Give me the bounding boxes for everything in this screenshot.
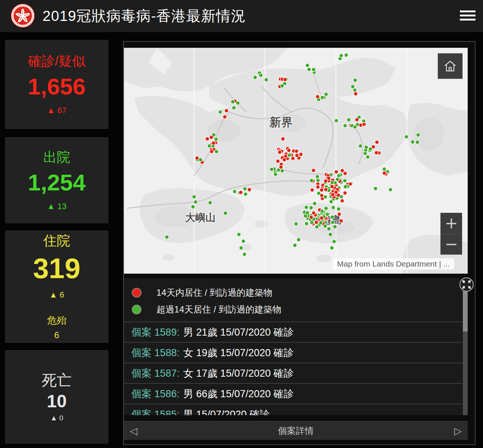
expand-panel-button[interactable] [459,277,474,292]
case-row-1586[interactable]: 個案 1586: 男 66歲 15/07/2020 確診 [124,383,468,404]
case-dot-green[interactable] [364,145,368,149]
case-dot-green[interactable] [239,246,243,250]
case-dot-red[interactable] [295,153,299,158]
hamburger-menu-icon[interactable] [460,10,476,22]
case-dot-green[interactable] [332,240,336,244]
case-dot-green[interactable] [368,147,373,151]
case-dot-green[interactable] [382,167,386,171]
case-dot-red[interactable] [334,170,339,174]
case-dot-green[interactable] [207,144,211,148]
case-dot-red[interactable] [327,176,331,180]
case-dot-green[interactable] [351,85,355,89]
case-dot-green[interactable] [366,155,370,159]
case-dot-green[interactable] [331,205,336,209]
zoom-in-button[interactable]: + [440,213,462,234]
case-dot-red[interactable] [374,151,378,155]
case-dot-green[interactable] [313,202,317,206]
case-dot-green[interactable] [315,175,320,179]
case-dot-red[interactable] [331,193,335,197]
case-dot-red[interactable] [287,149,291,153]
case-dot-green[interactable] [287,153,292,157]
case-dot-green[interactable] [344,53,348,57]
case-dot-green[interactable] [404,135,408,139]
case-dot-green[interactable] [199,158,203,162]
case-dot-green[interactable] [320,96,324,100]
case-dot-green[interactable] [280,84,284,88]
map-canvas[interactable]: 新界 大嶼山 香港島 [124,48,468,274]
case-dot-green[interactable] [323,195,327,199]
case-dot-red[interactable] [291,156,295,161]
case-dot-green[interactable] [243,187,247,191]
case-dot-green[interactable] [337,174,341,178]
case-dot-green[interactable] [358,144,362,148]
case-dot-green[interactable] [215,150,219,154]
case-row-1587[interactable]: 個案 1587: 女 17歲 15/07/2020 確診 [124,363,468,383]
case-dot-green[interactable] [343,179,347,183]
case-dot-red[interactable] [278,150,282,154]
case-dot-green[interactable] [294,222,298,226]
case-dot-green[interactable] [280,169,284,173]
list-scrollbar[interactable] [463,278,468,415]
case-dot-red[interactable] [312,168,316,172]
case-dot-red[interactable] [362,122,366,127]
case-dot-red[interactable] [375,140,379,144]
case-dot-red[interactable] [310,188,314,192]
case-dot-green[interactable] [165,235,169,239]
case-dot-green[interactable] [259,73,263,77]
case-dot-red[interactable] [295,149,299,153]
case-dot-green[interactable] [269,167,274,171]
case-dot-red[interactable] [205,137,209,141]
case-dot-green[interactable] [236,101,240,105]
case-dot-red[interactable] [283,158,287,162]
next-page-arrow[interactable]: ▷ [450,421,466,440]
case-row-1588[interactable]: 個案 1588: 女 19歲 15/07/2020 確診 [124,342,468,363]
case-dot-green[interactable] [330,215,334,219]
case-dot-green[interactable] [208,201,212,205]
case-dot-red[interactable] [209,136,214,140]
case-dot-red[interactable] [299,152,303,156]
case-dot-green[interactable] [274,172,278,177]
case-dot-red[interactable] [340,199,345,203]
case-dot-green[interactable] [305,222,309,226]
case-dot-green[interactable] [374,187,378,191]
case-dot-green[interactable] [339,54,343,58]
case-dot-red[interactable] [355,118,359,122]
case-dot-red[interactable] [212,141,216,145]
case-dot-red[interactable] [339,219,343,223]
map-home-button[interactable] [437,53,463,79]
case-dot-green[interactable] [323,224,327,228]
case-dot-red[interactable] [324,187,328,192]
map-panel[interactable]: 新界 大嶼山 香港島 + − Map from Lands Department… [124,48,468,274]
case-dot-green[interactable] [305,211,309,215]
case-dot-green[interactable] [415,140,420,144]
case-dot-green[interactable] [337,207,341,211]
case-dot-green[interactable] [330,246,334,250]
case-dot-red[interactable] [223,115,227,119]
case-dot-red[interactable] [281,137,285,141]
case-dot-green[interactable] [191,205,195,209]
case-dot-green[interactable] [244,192,248,196]
case-dot-green[interactable] [316,178,320,183]
case-dot-red[interactable] [225,109,229,113]
case-dot-green[interactable] [336,177,340,181]
case-dot-green[interactable] [312,68,316,72]
case-dot-green[interactable] [347,118,351,122]
case-dot-red[interactable] [239,190,243,195]
case-dot-green[interactable] [237,233,241,237]
case-dot-red[interactable] [316,185,320,189]
case-dot-green[interactable] [218,110,222,114]
case-dot-green[interactable] [331,220,335,224]
case-dot-red[interactable] [309,215,314,220]
case-dot-green[interactable] [343,124,347,128]
case-dot-red[interactable] [320,216,324,220]
case-dot-green[interactable] [353,78,357,83]
case-dot-green[interactable] [411,140,415,144]
case-dot-green[interactable] [353,125,357,129]
case-dot-green[interactable] [324,206,328,211]
prev-page-arrow[interactable]: ◁ [125,421,142,440]
case-dot-green[interactable] [293,243,297,248]
case-dot-red[interactable] [337,212,342,216]
case-dot-green[interactable] [192,195,196,199]
case-dot-green[interactable] [330,181,334,185]
case-dot-green[interactable] [253,75,257,80]
